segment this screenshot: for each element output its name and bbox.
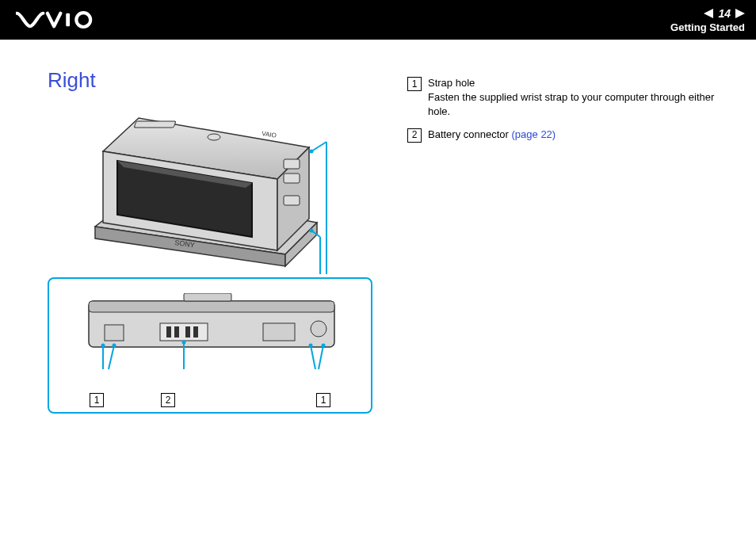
svg-rect-20 — [174, 326, 179, 338]
page-link[interactable]: (page 22) — [512, 128, 556, 140]
list-item: 2 Battery connector (page 22) — [407, 128, 724, 143]
svg-line-33 — [311, 345, 315, 369]
callout-1-right: 1 — [316, 393, 330, 407]
svg-rect-19 — [166, 326, 171, 338]
page-number: 14 — [716, 7, 732, 20]
svg-point-14 — [310, 229, 314, 233]
device-perspective-figure: VAIO SONY — [48, 104, 372, 274]
svg-point-1 — [76, 13, 90, 27]
item-label: Battery connector — [428, 128, 509, 140]
figure-callout-row: 1 2 1 — [49, 392, 371, 407]
device-side-figure-box: 1 2 1 — [48, 277, 372, 414]
svg-rect-16 — [89, 301, 334, 312]
page-nav: 14 — [670, 7, 745, 20]
description-column: 1 Strap hole Fasten the supplied wrist s… — [407, 68, 724, 414]
section-title: Getting Started — [670, 21, 745, 33]
svg-rect-2 — [284, 159, 300, 169]
prev-page-arrow-icon[interactable] — [704, 9, 713, 18]
svg-point-24 — [311, 321, 326, 337]
page-content: Right — [0, 40, 756, 414]
figure-column: Right — [48, 68, 388, 414]
svg-rect-23 — [105, 325, 124, 341]
item-number-box: 1 — [407, 77, 422, 91]
svg-text:VAIO: VAIO — [262, 130, 277, 139]
item-number-box: 2 — [407, 128, 422, 143]
svg-rect-25 — [263, 323, 295, 341]
callout-1-left: 1 — [90, 393, 104, 407]
svg-rect-3 — [284, 174, 300, 183]
svg-point-5 — [208, 134, 220, 140]
vaio-logo — [16, 11, 103, 29]
svg-rect-6 — [134, 121, 176, 128]
item-description: Fasten the supplied wrist strap to your … — [428, 90, 724, 119]
list-item: 1 Strap hole Fasten the supplied wrist s… — [407, 76, 724, 120]
svg-line-9 — [311, 142, 326, 151]
device-side-figure — [65, 293, 358, 380]
svg-line-29 — [109, 345, 114, 369]
page-header: 14 Getting Started — [0, 0, 756, 40]
svg-rect-0 — [66, 13, 70, 27]
callout-2: 2 — [161, 393, 175, 407]
svg-point-13 — [310, 150, 314, 154]
svg-rect-17 — [184, 293, 231, 301]
next-page-arrow-icon[interactable] — [735, 9, 745, 18]
svg-rect-4 — [284, 196, 300, 205]
svg-rect-22 — [193, 326, 198, 338]
svg-rect-21 — [185, 326, 190, 338]
item-label: Strap hole — [428, 77, 475, 89]
header-right: 14 Getting Started — [670, 7, 745, 33]
page-title: Right — [48, 68, 388, 93]
svg-line-35 — [319, 345, 323, 369]
